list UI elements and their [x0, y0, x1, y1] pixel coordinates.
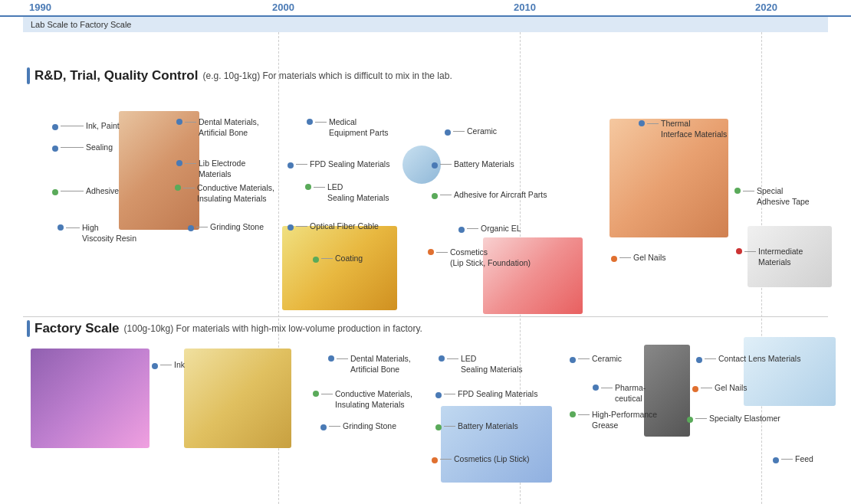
factory-image-1 — [31, 349, 150, 448]
item-thermal: ThermalInterface Materials — [639, 119, 727, 139]
label-gel-nails-rd: Gel Nails — [633, 253, 666, 263]
item-adhesive: Adhesive — [52, 186, 119, 197]
dot-gel-nails-factory — [692, 386, 698, 392]
item-fpd-factory: FPD Sealing Materials — [435, 389, 537, 400]
item-ceramic-rd: Ceramic — [445, 126, 497, 137]
item-elastomer: Specialty Elastomer — [687, 414, 780, 424]
line-viscosity-resin — [66, 227, 80, 228]
rd-title-text: R&D, Trial, Quality Control — [34, 68, 198, 83]
line-contact-lens — [705, 358, 716, 359]
label-grinding-factory: Grinding Stone — [343, 421, 396, 432]
dot-ink-factory — [152, 363, 158, 369]
factory-title-text: Factory Scale — [34, 321, 120, 336]
item-fpd-sealing-rd: FPD Sealing Materials — [288, 159, 389, 170]
dot-grinding-factory — [320, 424, 327, 430]
lab-scale-label: Lab Scale to Factory Scale — [31, 20, 131, 29]
line-grinding-stone-rd — [196, 227, 208, 227]
dot-ink-paint — [52, 124, 58, 130]
item-grease: High-PerformanceGrease — [570, 410, 657, 430]
line-led-sealing-rd — [314, 187, 325, 188]
factory-title-sub: (100g-10kg) For materials with high-mix … — [124, 323, 422, 334]
line-ink-paint — [61, 126, 84, 126]
item-conductive-rd: Conductive Materials,Insulating Material… — [175, 183, 274, 204]
dot-led-sealing-rd — [305, 184, 311, 190]
line-coating — [321, 258, 333, 259]
year-1990: 1990 — [29, 2, 51, 13]
line-lib-electrode — [185, 163, 196, 164]
dot-pharma — [593, 385, 599, 391]
item-battery-factory: Battery Materials — [435, 421, 518, 432]
label-elastomer: Specialty Elastomer — [709, 414, 780, 424]
dot-optical-fiber — [288, 224, 294, 231]
label-adhesive-aircraft: Adhesive for Aircraft Parts — [454, 190, 547, 201]
label-cosmetics-rd: Cosmetics(Lip Stick, Foundation) — [450, 247, 531, 268]
line-feed — [781, 459, 793, 460]
dot-intermediate — [736, 248, 742, 254]
factory-title-bar — [27, 320, 30, 337]
rd-title-sub: (e.g. 10g-1kg) For materials which is di… — [202, 70, 452, 81]
item-cosmetics-rd: Cosmetics(Lip Stick, Foundation) — [428, 247, 531, 268]
timeline-years: 1990 2000 2010 2020 — [0, 0, 851, 17]
dot-fpd-factory — [435, 392, 442, 398]
line-grease — [578, 414, 590, 415]
line-organic-el — [467, 228, 478, 229]
label-grease: High-PerformanceGrease — [592, 410, 657, 430]
item-gel-nails-factory: Gel Nails — [692, 383, 748, 394]
year-2020: 2020 — [755, 2, 777, 13]
section-divider — [23, 316, 828, 317]
label-intermediate: IntermediateMaterials — [758, 247, 803, 267]
dot-cosmetics-rd — [428, 249, 434, 255]
line-ceramic-rd — [453, 131, 465, 132]
line-elastomer — [695, 418, 707, 419]
dot-contact-lens — [696, 357, 702, 363]
item-dental-rd: Dental Materials,Artificial Bone — [176, 117, 259, 138]
label-dental-rd: Dental Materials,Artificial Bone — [199, 117, 259, 138]
line-grinding-factory — [329, 426, 340, 427]
item-sealing: Sealing — [52, 142, 113, 153]
item-dental-factory: Dental Materials,Artificial Bone — [328, 354, 411, 375]
line-adhesive-aircraft — [440, 195, 452, 195]
line-medical-equipment — [315, 122, 327, 123]
factory-image-3 — [441, 406, 552, 483]
line-dental-factory — [337, 358, 348, 359]
label-medical-equipment: MedicalEquipment Parts — [329, 117, 389, 138]
factory-image-2 — [184, 349, 291, 448]
year-2010: 2010 — [514, 2, 536, 13]
item-intermediate: IntermediateMaterials — [736, 247, 803, 267]
label-cosmetics-factory: Cosmetics (Lip Stick) — [454, 454, 530, 465]
label-optical-fiber: Optical Fiber Cable — [310, 221, 379, 232]
label-feed: Feed — [795, 454, 813, 465]
line-thermal — [647, 123, 659, 124]
factory-section-title: Factory Scale (100g-10kg) For materials … — [27, 320, 422, 337]
label-pharma: Pharma-ceutical — [615, 383, 646, 404]
line-adhesive — [61, 191, 84, 191]
item-optical-fiber: Optical Fiber Cable — [288, 221, 379, 232]
dot-adhesive — [52, 189, 58, 195]
line-conductive-rd — [183, 188, 195, 188]
label-sealing: Sealing — [86, 142, 113, 153]
line-gel-nails-rd — [619, 257, 631, 258]
line-ceramic-factory — [578, 358, 590, 359]
item-pharma: Pharma-ceutical — [593, 383, 646, 404]
item-led-factory: LEDSealing Materials — [439, 354, 523, 375]
label-fpd-factory: FPD Sealing Materials — [458, 389, 537, 400]
label-ink-factory: Ink — [174, 360, 185, 371]
line-sealing — [61, 147, 84, 148]
item-ink-factory: Ink — [152, 360, 185, 371]
lab-scale-bar: Lab Scale to Factory Scale — [23, 17, 828, 32]
line-battery-factory — [444, 426, 455, 427]
rd-image-3 — [282, 226, 397, 310]
dot-battery-factory — [435, 424, 442, 430]
dot-dental-factory — [328, 355, 334, 362]
item-lib-electrode: Lib ElectrodeMaterials — [176, 159, 245, 179]
timeline-header: 1990 2000 2010 2020 — [0, 0, 851, 17]
item-medical-equipment: MedicalEquipment Parts — [307, 117, 389, 138]
line-cosmetics-factory — [440, 459, 452, 460]
label-viscosity-resin: HighViscosity Resin — [82, 223, 136, 244]
label-contact-lens: Contact Lens Materials — [718, 354, 800, 365]
line-dental-rd — [185, 122, 196, 123]
dot-cosmetics-factory — [432, 457, 438, 463]
dot-conductive-rd — [175, 185, 181, 191]
dot-lib-electrode — [176, 160, 182, 166]
label-battery-rd: Battery Materials — [454, 159, 514, 170]
